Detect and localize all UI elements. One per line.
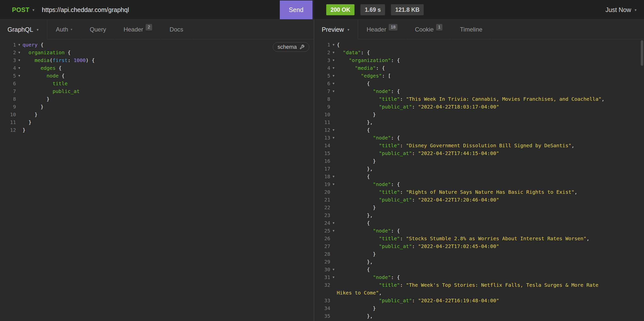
tab-query[interactable]: Query: [81, 20, 114, 39]
method-dropdown[interactable]: POST ▾: [0, 6, 34, 14]
url-input[interactable]: https://api.cheddar.com/graphql: [42, 6, 280, 14]
fold-arrow-icon[interactable]: ▼: [16, 64, 22, 72]
code-text: "organization": {: [337, 57, 400, 64]
schema-button-label: schema: [278, 44, 297, 50]
preview-mode-dropdown[interactable]: Preview ▾: [314, 20, 358, 39]
code-line: 31▼ "node": {: [314, 273, 644, 281]
line-number: 31: [314, 273, 330, 281]
fold-arrow-icon[interactable]: ▼: [330, 49, 337, 57]
fold-gutter: [330, 250, 337, 258]
code-line: 29 },: [314, 258, 644, 266]
line-number: 25: [314, 227, 330, 235]
line-number: 19: [314, 180, 330, 188]
tab-header[interactable]: Header 2: [115, 20, 161, 39]
request-tabbar: GraphQL ▾ Auth ▾ Query Header 2: [0, 20, 314, 39]
code-text: }: [337, 157, 376, 165]
wrench-icon: [300, 45, 304, 50]
fold-arrow-icon[interactable]: ▼: [16, 72, 22, 80]
fold-arrow-icon[interactable]: ▼: [16, 49, 22, 57]
fold-arrow-icon[interactable]: ▼: [330, 219, 337, 227]
fold-gutter: [330, 258, 337, 266]
code-text: "public_at": "2022-04-22T17:02:45-04:00": [337, 242, 499, 250]
line-number: 10: [0, 111, 16, 119]
history-dropdown[interactable]: Just Now ▾: [606, 6, 636, 14]
code-line: 19▼ "node": {: [314, 180, 644, 188]
line-number: 11: [0, 119, 16, 126]
code-text: query {: [22, 41, 44, 49]
code-text: Hikes to Come",: [337, 289, 382, 297]
line-number: 11: [314, 119, 330, 126]
code-line: 21 "public_at": "2022-04-22T17:20:46-04:…: [314, 196, 644, 204]
code-line: 7▼ "node": {: [314, 88, 644, 95]
method-label: POST: [12, 6, 30, 14]
fold-arrow-icon[interactable]: ▼: [330, 72, 337, 80]
code-line: 28 }: [314, 250, 644, 258]
code-text: "title": "Rights of Nature Says Nature H…: [337, 188, 577, 196]
fold-arrow-icon[interactable]: ▼: [16, 57, 22, 64]
fold-arrow-icon[interactable]: ▼: [330, 273, 337, 281]
fold-arrow-icon[interactable]: ▼: [330, 173, 337, 180]
code-line: 10 }: [314, 111, 644, 119]
fold-arrow-icon[interactable]: ▼: [330, 266, 337, 273]
tab-response-header[interactable]: Header 18: [358, 20, 406, 39]
code-text: "public_at": "2022-04-22T16:19:48-04:00": [337, 297, 499, 304]
fold-arrow-icon[interactable]: ▼: [330, 320, 337, 321]
fold-gutter: [330, 157, 337, 165]
line-number: 9: [0, 103, 16, 111]
line-number: 6: [314, 80, 330, 88]
schema-button[interactable]: schema: [273, 42, 309, 52]
fold-gutter: [16, 103, 22, 111]
tab-timeline[interactable]: Timeline: [452, 20, 491, 39]
line-number: 8: [314, 95, 330, 103]
code-line: 4▼ "media": {: [314, 64, 644, 72]
code-line: 20 "title": "Rights of Nature Says Natur…: [314, 188, 644, 196]
code-text: {: [337, 126, 370, 134]
tab-cookie[interactable]: Cookie 1: [406, 20, 451, 39]
scrollbar-thumb[interactable]: [641, 40, 643, 66]
line-number: 33: [314, 297, 330, 304]
api-client-window: POST ▾ https://api.cheddar.com/graphql S…: [0, 0, 644, 321]
fold-gutter: [330, 289, 337, 297]
fold-arrow-icon[interactable]: ▼: [330, 134, 337, 142]
fold-arrow-icon[interactable]: ▼: [330, 126, 337, 134]
code-line: 8 }: [0, 95, 314, 103]
fold-arrow-icon[interactable]: ▼: [16, 41, 22, 49]
code-text: organization {: [22, 49, 71, 57]
tab-docs[interactable]: Docs: [161, 20, 192, 39]
line-number: 15: [314, 150, 330, 157]
fold-gutter: [330, 95, 337, 103]
fold-arrow-icon[interactable]: ▼: [330, 88, 337, 95]
fold-arrow-icon[interactable]: ▼: [330, 64, 337, 72]
line-number: 28: [314, 250, 330, 258]
code-line: 36▼ {: [314, 320, 644, 321]
tab-auth[interactable]: Auth ▾: [47, 20, 81, 39]
graphql-query-editor[interactable]: schema 1▼query {2▼ organization {3▼ medi…: [0, 39, 314, 321]
code-line: 15 "public_at": "2022-04-22T17:44:15-04:…: [314, 150, 644, 157]
fold-arrow-icon[interactable]: ▼: [330, 41, 337, 49]
line-number: 21: [314, 196, 330, 204]
line-number: 22: [314, 204, 330, 211]
line-number: 5: [314, 72, 330, 80]
fold-gutter: [330, 119, 337, 126]
code-line: 16 }: [314, 157, 644, 165]
code-line: 3▼ media(first: 1000) {: [0, 57, 314, 64]
code-line: 2▼ "data": {: [314, 49, 644, 57]
line-number: 8: [0, 95, 16, 103]
line-number: 1: [314, 41, 330, 49]
fold-arrow-icon[interactable]: ▼: [330, 227, 337, 235]
body-type-dropdown[interactable]: GraphQL ▾: [0, 20, 47, 39]
code-line: 17 },: [314, 165, 644, 173]
chevron-down-icon: ▾: [71, 28, 72, 31]
fold-arrow-icon[interactable]: ▼: [330, 80, 337, 88]
fold-gutter: [330, 211, 337, 219]
fold-gutter: [330, 111, 337, 119]
fold-arrow-icon[interactable]: ▼: [330, 180, 337, 188]
line-number: 23: [314, 211, 330, 219]
response-json-viewer[interactable]: 1▼{2▼ "data": {3▼ "organization": {4▼ "m…: [314, 39, 644, 321]
fold-arrow-icon[interactable]: ▼: [330, 57, 337, 64]
send-button[interactable]: Send: [280, 1, 312, 19]
chevron-down-icon: ▾: [32, 8, 34, 12]
code-line: 9 "public_at": "2022-04-22T18:03:17-04:0…: [314, 103, 644, 111]
code-text: "node": {: [337, 273, 400, 281]
line-number: 1: [0, 41, 16, 49]
